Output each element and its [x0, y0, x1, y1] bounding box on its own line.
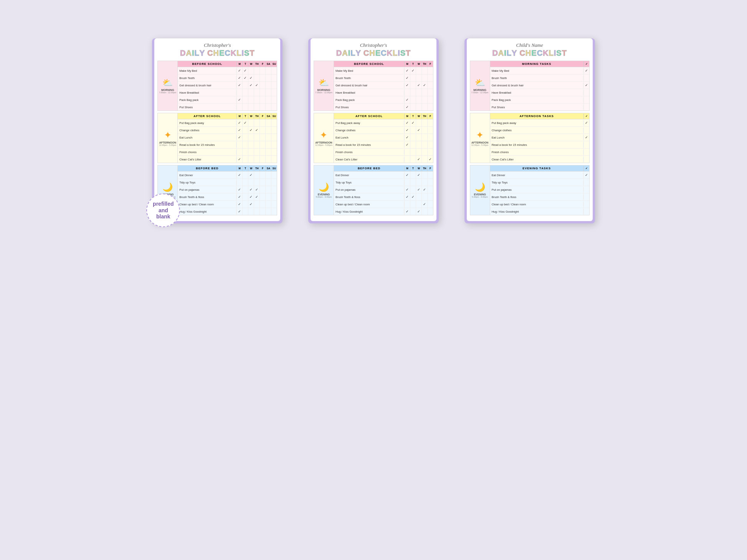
task-row: Finish chores [490, 149, 589, 156]
task-check [242, 96, 248, 103]
section-icon-afternoon: ✦AFTERNOON12.00pm - 5.00pm [470, 113, 490, 163]
task-row: Change clothes [490, 127, 589, 134]
task-check [254, 67, 259, 74]
task-check: ✓ [248, 74, 254, 81]
section-header-evening: BEFORE BEDMTWTHFSASU [178, 165, 277, 172]
task-row: Eat Lunch✓ [490, 134, 589, 141]
task-check [271, 193, 277, 200]
task-check [416, 193, 421, 200]
cards-row: Christopher'sDAILY CHECKLIST⛅MORNING7.00… [143, 38, 604, 223]
section-title-text-evening: BEFORE BED [178, 165, 236, 171]
section-header-morning: BEFORE SCHOOLMTWTHF [334, 61, 433, 67]
card-name-five-day: Christopher's [314, 42, 433, 48]
task-row: Eat Lunch✓ [178, 134, 277, 141]
task-check [410, 82, 416, 89]
task-row: Put Bag pack away✓✓ [334, 119, 433, 127]
task-check [416, 67, 421, 74]
task-check [265, 67, 271, 74]
task-check [254, 74, 259, 81]
task-check [421, 89, 427, 96]
day-header-F: F [259, 166, 265, 171]
task-name: Hug / Kiss Goodnight [334, 209, 404, 214]
task-check [271, 82, 277, 89]
task-check [427, 104, 433, 111]
task-check: ✓ [404, 104, 410, 111]
task-check [421, 67, 427, 74]
task-check [259, 104, 265, 111]
section-label-afternoon: AFTERNOON [471, 141, 488, 144]
section-title-text-morning: MORNING TASKS [490, 61, 583, 67]
task-row: Pack Bag pack✓ [178, 96, 277, 104]
day-header-T: T [242, 61, 248, 66]
task-row: Clean Cat's Litter✓✓ [334, 156, 433, 163]
task-check [254, 179, 259, 186]
task-row: Put Shoes [178, 104, 277, 111]
section-content-morning: BEFORE SCHOOLMTWTHFSASUMake My Bed✓✓Brus… [178, 61, 277, 111]
task-check [271, 172, 277, 178]
task-name: Brush Teeth [178, 76, 236, 81]
section-header-afternoon: AFTERNOON TASKS✓ [490, 113, 589, 119]
task-row: Get dressed & brush hair✓✓✓ [334, 82, 433, 89]
section-label-afternoon: AFTERNOON [159, 141, 176, 144]
task-check [242, 134, 248, 141]
task-check [427, 127, 433, 134]
task-check [421, 134, 427, 141]
day-header-SU: SU [271, 61, 277, 66]
task-check [427, 119, 433, 126]
task-row: Clean up bed / Clean room✓✓ [178, 201, 277, 208]
task-check [248, 104, 254, 111]
task-check [427, 134, 433, 141]
task-check [248, 141, 254, 148]
task-name: Pack Bag pack [178, 97, 236, 102]
task-check [259, 149, 265, 155]
section-icon-evening: 🌙EVENING5.00pm - 9.00pm [470, 165, 490, 215]
section-time-evening: 5.00pm - 9.00pm [316, 196, 332, 198]
section-header-morning: BEFORE SCHOOLMTWTHFSASU [178, 61, 277, 67]
day-header-W: W [248, 114, 254, 119]
task-check: ✓ [242, 74, 248, 81]
task-name: Eat Dinner [178, 173, 236, 178]
section-title-text-afternoon: AFTER SCHOOL [178, 113, 236, 119]
task-check: ✓ [236, 74, 242, 81]
task-check [410, 156, 416, 163]
task-check [254, 156, 259, 163]
task-check [416, 201, 421, 208]
task-row: Put on pajamas [490, 186, 589, 193]
day-header-TH: TH [421, 166, 427, 171]
task-check [265, 96, 271, 103]
task-row: Read a book for 15 minutes [490, 141, 589, 149]
task-check [254, 96, 259, 103]
section-time-afternoon: 12.00pm - 5.00pm [471, 144, 489, 146]
task-check [271, 156, 277, 163]
section-label-evening: EVENING [318, 193, 330, 196]
day-header-M: M [404, 166, 410, 171]
task-row: Finish chores [178, 149, 277, 156]
task-row: Clean up bed / Clean room✓ [334, 201, 433, 208]
task-check: ✓ [583, 172, 589, 178]
task-check [583, 89, 589, 96]
task-check [271, 179, 277, 186]
card-seven-day: Christopher'sDAILY CHECKLIST⛅MORNING7.00… [152, 38, 283, 223]
task-name: Make My Bed [334, 68, 404, 73]
task-row: Get dressed & brush hair✓ [490, 82, 589, 89]
day-header-T: T [410, 114, 416, 119]
task-name: Eat Lunch [490, 135, 583, 140]
task-check [583, 179, 589, 186]
task-check [271, 149, 277, 155]
day-header-M: M [404, 61, 410, 66]
task-row: Get dressed & brush hair✓✓✓ [178, 82, 277, 89]
task-check [254, 172, 259, 178]
task-name: Put on pajamas [490, 187, 583, 192]
task-check [271, 201, 277, 208]
task-check [248, 67, 254, 74]
stamp-text: prefilledandblank [153, 201, 174, 220]
task-check [427, 89, 433, 96]
task-check: ✓ [404, 134, 410, 141]
task-name: Brush Teeth & floss [178, 195, 236, 200]
section-title-text-afternoon: AFTER SCHOOL [334, 113, 404, 119]
section-time-morning: 7.00am - 12.00pm [159, 91, 177, 94]
section-icon-morning: ⛅MORNING7.00am - 12.00pm [158, 61, 178, 111]
section-morning-seven-day: ⛅MORNING7.00am - 12.00pmBEFORE SCHOOLMTW… [157, 61, 277, 111]
task-row: Eat Dinner✓✓ [178, 172, 277, 179]
task-row: Pack Bag pack✓ [334, 96, 433, 104]
